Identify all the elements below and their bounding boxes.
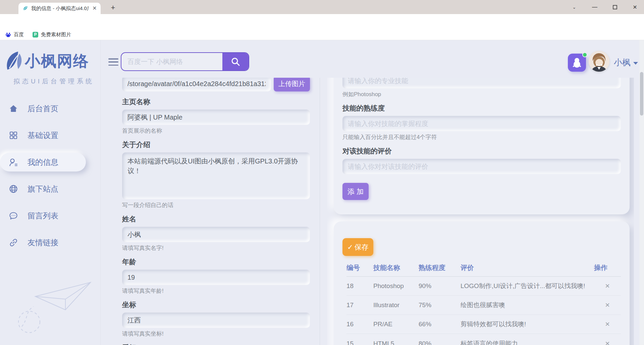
cell-skill-name: PR/AE xyxy=(373,321,419,328)
delete-skill-button[interactable]: ✕ xyxy=(605,321,610,328)
cell-skill-name: Illustrator xyxy=(373,301,419,309)
profile-form-panel: 上传图片 主页名称 首页展示的名称 关于介绍 本站前端源代码以及UI xyxy=(111,78,320,345)
upload-image-button[interactable]: 上传图片 xyxy=(274,78,310,91)
sidebar-item[interactable]: 旗下站点 xyxy=(0,180,86,198)
cell-comment: LOGO制作,UI设计,广告设计...都可以找我噢! xyxy=(461,282,594,290)
cell-level: 80% xyxy=(419,340,461,345)
message-icon xyxy=(9,211,18,220)
cell-id: 18 xyxy=(346,282,373,290)
cell-id: 16 xyxy=(346,321,373,328)
sidebar-item[interactable]: 后台首页 xyxy=(0,99,86,118)
avatar-path-input[interactable] xyxy=(122,78,271,91)
cell-id: 17 xyxy=(346,301,373,309)
sidebar-item[interactable]: 基础设置 xyxy=(0,126,86,145)
sidebar-menu: 后台首页 基础设置 我的信息 旗下站点 xyxy=(0,99,101,260)
sidebar-item-label: 后台首页 xyxy=(28,104,58,114)
form-field: 主页名称 首页展示的名称 xyxy=(122,97,310,134)
table-row: 15 HTML5 80% 标签语言的使用能力 ✕ xyxy=(346,334,621,345)
skill-name-input[interactable] xyxy=(342,78,621,88)
qq-penguin-icon xyxy=(572,57,582,68)
form-field: 姓名 请填写真实名字! xyxy=(122,215,310,252)
skill-level-label: 技能的熟练度 xyxy=(342,104,621,113)
admin-app: 小枫网络 拟态UI后台管理系统 后台首页 基础设置 我的信息 xyxy=(0,40,644,345)
cell-level: 66% xyxy=(419,321,461,328)
search-button[interactable] xyxy=(222,53,249,70)
sidebar-item[interactable]: 我的信息 xyxy=(0,153,86,171)
tab-close-icon[interactable]: ✕ xyxy=(91,5,98,12)
new-tab-button[interactable]: + xyxy=(108,3,118,13)
browser-tabbar: 我的信息 - 小枫拟态ui4.0后台管 ✕ + ⌄ — ✕ xyxy=(0,0,644,14)
field-input[interactable] xyxy=(122,227,310,242)
tab-title: 我的信息 - 小枫拟态ui4.0后台管 xyxy=(31,5,89,12)
bookmarks-bar: 百度 P 免费素材图片 xyxy=(0,29,644,40)
window-maximize-button[interactable] xyxy=(607,0,623,14)
field-input[interactable] xyxy=(122,313,310,328)
user-avatar-image xyxy=(589,51,609,72)
browser-tab[interactable]: 我的信息 - 小枫拟态ui4.0后台管 ✕ xyxy=(18,3,101,14)
delete-skill-button[interactable]: ✕ xyxy=(605,340,610,345)
save-button[interactable]: ✓保存 xyxy=(342,238,373,256)
skill-level-help-text: 只能输入百分比并且不能超过4个字符 xyxy=(342,134,621,141)
field-input[interactable] xyxy=(122,270,310,285)
window-close-button[interactable]: ✕ xyxy=(627,0,643,14)
field-textarea[interactable]: 本站前端源代码以及UI图由小枫原创，采用GPL3.0开源协议！ xyxy=(122,152,310,199)
menu-toggle-button[interactable] xyxy=(108,58,118,66)
field-help-text: 请填写真实坐标! xyxy=(122,331,310,337)
user-avatar[interactable] xyxy=(589,51,609,72)
bookmark-baidu[interactable]: 百度 xyxy=(5,31,24,38)
field-label: 姓名 xyxy=(122,215,310,223)
page-scrollbar[interactable] xyxy=(639,40,644,345)
col-header-level: 熟练程度 xyxy=(419,263,461,272)
logo-subtitle: 拟态UI后台管理系统 xyxy=(13,77,94,86)
cell-level: 75% xyxy=(419,301,461,309)
chevron-down-icon xyxy=(633,62,638,65)
username-dropdown[interactable]: 小枫 xyxy=(614,57,638,68)
username-text: 小枫 xyxy=(614,57,631,68)
tab-search-chevron-icon[interactable]: ⌄ xyxy=(570,3,578,11)
delete-skill-button[interactable]: ✕ xyxy=(605,301,610,309)
bookmark-label: 免费素材图片 xyxy=(41,31,71,38)
home-icon xyxy=(9,104,18,113)
sidebar-item[interactable]: 留言列表 xyxy=(0,206,86,225)
field-label: 关于介绍 xyxy=(122,140,310,149)
baidu-paw-icon xyxy=(5,32,11,38)
search-input[interactable] xyxy=(121,53,222,70)
paper-plane-decoration xyxy=(15,256,99,333)
scrollbar-thumb[interactable] xyxy=(640,72,643,116)
sidebar-item-label: 友情链接 xyxy=(28,237,58,248)
globe-icon xyxy=(9,184,18,194)
cell-comment: 剪辑特效都可以找我噢! xyxy=(461,320,594,329)
col-header-id: 编号 xyxy=(346,263,373,272)
add-skill-card: 例如Photoshop 技能的熟练度 只能输入百分比并且不能超过4个字符 对该技… xyxy=(334,78,630,214)
check-icon: ✓ xyxy=(347,243,353,251)
form-field: 关于介绍 本站前端源代码以及UI图由小枫原创，采用GPL3.0开源协议！ 写一段… xyxy=(122,140,310,209)
field-help-text: 请填写真实名字! xyxy=(122,245,310,252)
logo-leaf-icon xyxy=(5,50,24,72)
skill-level-input[interactable] xyxy=(342,116,621,131)
delete-skill-button[interactable]: ✕ xyxy=(605,282,610,290)
col-header-actions: 操作 xyxy=(594,263,621,272)
skills-panel: 例如Photoshop 技能的熟练度 只能输入百分比并且不能超过4个字符 对该技… xyxy=(327,78,634,345)
cell-comment: 绘图也很腻害噢 xyxy=(461,301,594,309)
bookmark-label: 百度 xyxy=(14,31,24,38)
search-bar xyxy=(121,52,249,71)
cell-level: 90% xyxy=(419,282,461,290)
sidebar: 小枫网络 拟态UI后台管理系统 后台首页 基础设置 我的信息 xyxy=(0,40,101,345)
profile-fields: 主页名称 首页展示的名称 关于介绍 本站前端源代码以及UI图由小枫原创，采用GP… xyxy=(122,97,310,345)
field-label: 坐标 xyxy=(122,300,310,309)
skill-comment-input[interactable] xyxy=(342,159,621,174)
field-help-text: 写一段介绍自己的话 xyxy=(122,202,310,209)
bookmark-free-images[interactable]: P 免费素材图片 xyxy=(33,31,71,38)
qq-notification-button[interactable] xyxy=(568,54,586,72)
field-input[interactable] xyxy=(122,110,310,125)
form-field: 年龄 请填写真实年龄! xyxy=(122,258,310,294)
col-header-comment: 评价 xyxy=(461,263,594,272)
p-site-icon: P xyxy=(33,32,38,38)
add-skill-button[interactable]: 添 加 xyxy=(342,183,369,200)
sidebar-item[interactable]: 友情链接 xyxy=(0,233,86,252)
table-header-row: 编号 技能名称 熟练程度 评价 操作 xyxy=(346,261,621,277)
window-minimize-button[interactable]: — xyxy=(587,0,602,14)
cell-id: 15 xyxy=(346,340,373,345)
maximize-icon xyxy=(613,5,617,9)
skills-table-card: ✓保存 编号 技能名称 熟练程度 评价 操作 18 Photoshop xyxy=(334,221,630,345)
